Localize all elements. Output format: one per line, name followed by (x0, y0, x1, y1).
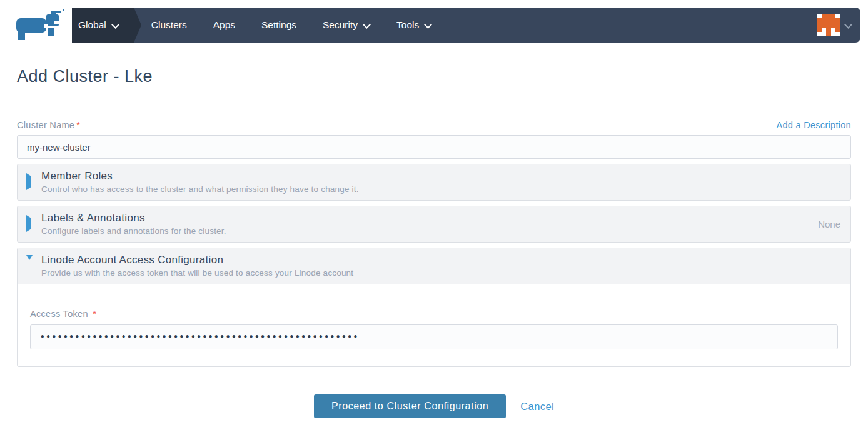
proceed-button[interactable]: Proceed to Cluster Configuration (314, 394, 506, 418)
user-menu[interactable] (817, 8, 860, 43)
nav-item-label: Apps (213, 19, 235, 31)
nav-item-label: Settings (261, 19, 296, 31)
nav-item-tools[interactable]: Tools (383, 8, 445, 43)
label-text: Access Token (30, 309, 88, 319)
accordion-subtitle: Provide us with the access token that wi… (41, 268, 840, 278)
accordion-labels-annotations[interactable]: Labels & Annotations Configure labels an… (17, 206, 851, 243)
nav-item-label: Security (323, 19, 358, 31)
form-actions: Proceed to Cluster Configuration Cancel (17, 394, 851, 418)
required-marker: * (76, 120, 80, 130)
rancher-logo[interactable] (15, 9, 66, 41)
nav-item-settings[interactable]: Settings (248, 8, 310, 43)
nav-item-apps[interactable]: Apps (200, 8, 248, 43)
accordion-value: None (818, 219, 840, 229)
collapse-caret-icon (26, 260, 36, 271)
title-divider (17, 99, 851, 99)
linode-access-body: Access Token * (18, 284, 850, 366)
cluster-name-input[interactable] (17, 135, 851, 159)
required-marker: * (93, 309, 96, 319)
chevron-down-icon (425, 21, 431, 28)
chevron-down-icon (112, 21, 119, 28)
accordion-title: Labels & Annotations (41, 212, 808, 224)
user-avatar (817, 14, 840, 36)
section-linode-access: Linode Account Access Configuration Prov… (17, 248, 851, 367)
access-token-label: Access Token * (30, 309, 96, 319)
main-content: Add Cluster - Lke Cluster Name* Add a De… (0, 67, 868, 418)
nav-item-label: Tools (396, 19, 419, 31)
expand-caret-icon (26, 176, 36, 188)
accordion-title: Linode Account Access Configuration (41, 254, 840, 266)
expand-caret-icon (26, 218, 36, 229)
accordion-subtitle: Configure labels and annotations for the… (41, 226, 808, 236)
app-header: Global Clusters Apps Settings Security T… (0, 0, 868, 50)
chevron-down-icon (845, 21, 852, 28)
add-description-link[interactable]: Add a Description (776, 120, 851, 130)
top-navbar: Global Clusters Apps Settings Security T… (72, 8, 860, 43)
chevron-down-icon (363, 21, 370, 28)
nav-item-label: Clusters (151, 19, 187, 31)
accordion-linode-access[interactable]: Linode Account Access Configuration Prov… (18, 248, 850, 284)
page-title: Add Cluster - Lke (17, 67, 851, 86)
nav-item-clusters[interactable]: Clusters (134, 8, 200, 43)
accordion-subtitle: Control who has access to the cluster an… (41, 184, 840, 194)
cluster-name-label: Cluster Name* (17, 120, 80, 130)
nav-item-label: Global (78, 19, 106, 31)
cancel-link[interactable]: Cancel (520, 401, 554, 413)
label-text: Cluster Name (17, 120, 74, 130)
accordion-title: Member Roles (41, 170, 840, 183)
nav-item-security[interactable]: Security (310, 8, 383, 43)
nav-item-global[interactable]: Global (72, 8, 134, 43)
access-token-input[interactable] (30, 324, 838, 349)
accordion-member-roles[interactable]: Member Roles Control who has access to t… (17, 164, 851, 201)
